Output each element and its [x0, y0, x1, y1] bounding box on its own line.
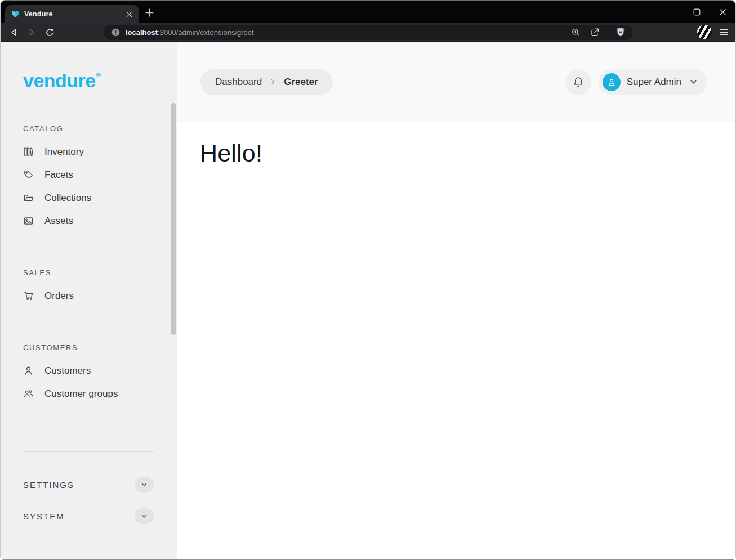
sidebar-section-settings[interactable]: SETTINGS: [23, 469, 154, 500]
reload-button[interactable]: [44, 27, 55, 38]
zoom-page-icon[interactable]: [571, 28, 581, 37]
sidebar-item-customers[interactable]: Customers: [23, 359, 177, 382]
user-avatar: [603, 73, 621, 91]
sidebar-item-label: Facets: [44, 169, 73, 181]
main-header: Dashboard Greeter Super Admin: [177, 42, 735, 122]
image-icon: [23, 216, 34, 226]
user-icon: [23, 365, 34, 376]
breadcrumb-dashboard[interactable]: Dashboard: [215, 77, 262, 88]
settings-label: SETTINGS: [23, 480, 74, 490]
user-name: Super Admin: [627, 77, 681, 88]
section-label-catalog: CATALOG: [23, 124, 177, 133]
folder-icon: [23, 192, 34, 203]
sidebar-item-label: Orders: [44, 290, 74, 302]
maximize-button[interactable]: [693, 8, 701, 16]
notifications-button[interactable]: [565, 69, 591, 95]
sidebar-item-label: Collections: [44, 192, 91, 204]
browser-toolbar: localhost:3000/admin/extensions/greet: [1, 23, 735, 42]
users-icon: [23, 388, 34, 399]
browser-menu-icon[interactable]: [720, 28, 729, 36]
logo-registered-mark: ®: [96, 71, 101, 78]
breadcrumb: Dashboard Greeter: [200, 69, 333, 95]
window-controls: [667, 1, 730, 23]
sidebar-scrollbar-thumb[interactable]: [171, 103, 176, 335]
sidebar-section-sales: SALES Orders: [23, 268, 177, 307]
breadcrumb-greeter: Greeter: [284, 77, 318, 88]
sidebar-item-label: Inventory: [44, 146, 84, 158]
inventory-icon: [23, 146, 34, 157]
chevron-down-icon: [689, 77, 698, 87]
sidebar-section-system[interactable]: SYSTEM: [23, 500, 154, 532]
sidebar-item-orders[interactable]: Orders: [23, 284, 177, 307]
back-button[interactable]: [8, 27, 19, 38]
chevron-down-icon: [140, 512, 148, 520]
breadcrumb-chevron-icon: [269, 78, 276, 86]
main-content: Hello!: [177, 122, 735, 559]
settings-expand-button[interactable]: [135, 477, 154, 492]
page-title: Hello!: [200, 140, 735, 167]
cart-icon: [23, 290, 34, 301]
url-path: :3000/admin/extensions/greet: [158, 28, 254, 37]
forward-button[interactable]: [26, 27, 37, 38]
user-icon: [606, 77, 617, 87]
close-window-button[interactable]: [719, 8, 726, 16]
url-text: localhost:3000/admin/extensions/greet: [126, 28, 254, 37]
vendure-favicon: [11, 10, 20, 18]
chevron-down-icon: [140, 481, 148, 489]
site-info-icon[interactable]: [111, 28, 121, 37]
main-area: Dashboard Greeter Super Admin: [177, 42, 735, 559]
section-label-sales: SALES: [23, 268, 177, 277]
urlbar-separator: [608, 28, 608, 37]
tab-title: Vendure: [24, 10, 53, 18]
bell-icon: [572, 76, 585, 88]
tag-icon: [23, 169, 34, 180]
user-menu-button[interactable]: Super Admin: [599, 69, 707, 95]
sidebar-item-assets[interactable]: Assets: [23, 209, 177, 232]
brave-shield-icon[interactable]: [615, 27, 626, 37]
sidebar-section-catalog: CATALOG Inventory Facets: [23, 124, 177, 232]
logo-text: vendure: [23, 70, 96, 91]
sidebar-item-collections[interactable]: Collections: [23, 186, 177, 209]
page-body: vendure® CATALOG Inventory Fa: [1, 42, 735, 559]
sidebar: vendure® CATALOG Inventory Fa: [1, 42, 177, 559]
sidebar-item-label: Assets: [44, 216, 73, 227]
sidebar-section-customers: CUSTOMERS Customers Customer groups: [23, 343, 177, 405]
sidebar-item-label: Customer groups: [44, 388, 118, 400]
sidebar-item-inventory[interactable]: Inventory: [23, 140, 177, 163]
sidebar-item-customer-groups[interactable]: Customer groups: [23, 382, 177, 405]
browser-tab[interactable]: Vendure: [5, 5, 139, 23]
sidebar-divider: [23, 451, 154, 452]
new-tab-button[interactable]: [145, 8, 154, 17]
browser-window: Vendure: [0, 0, 736, 560]
url-host: localhost: [126, 28, 158, 37]
minimize-button[interactable]: [667, 8, 675, 16]
sidebar-item-facets[interactable]: Facets: [23, 163, 177, 186]
sidebar-item-label: Customers: [44, 365, 91, 377]
share-icon[interactable]: [590, 27, 600, 37]
section-label-customers: CUSTOMERS: [23, 343, 177, 352]
browser-titlebar: Vendure: [1, 1, 735, 23]
browser-profile-avatar[interactable]: [697, 25, 712, 39]
url-bar[interactable]: localhost:3000/admin/extensions/greet: [104, 25, 633, 40]
system-expand-button[interactable]: [135, 508, 154, 524]
vendure-logo[interactable]: vendure®: [23, 64, 177, 92]
tab-close-icon[interactable]: [124, 10, 133, 19]
system-label: SYSTEM: [23, 512, 65, 521]
